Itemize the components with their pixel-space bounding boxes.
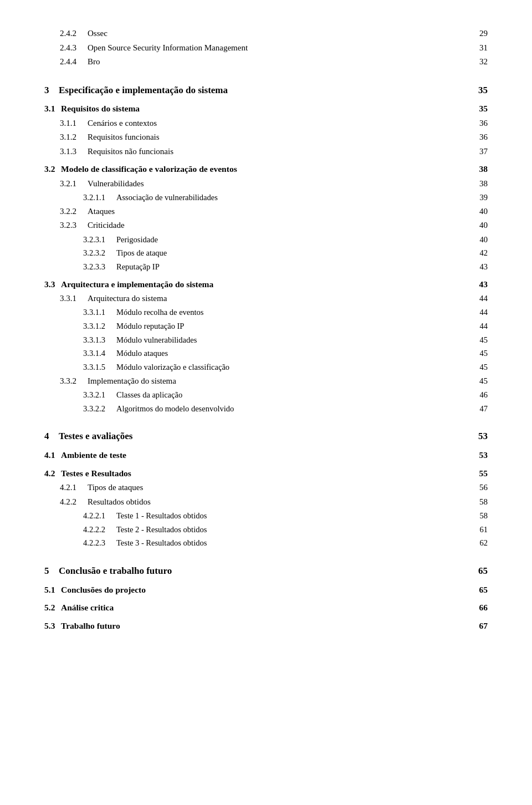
toc-dots	[279, 35, 469, 36]
toc-number: 3.2.1.1	[83, 191, 116, 205]
toc-page: 35	[471, 101, 488, 116]
toc-label: Teste 3 - Resultados obtidos	[116, 536, 291, 550]
toc-page: 37	[471, 145, 488, 159]
toc-label: Conclusão e trabalho futuro	[59, 563, 263, 579]
toc-dots	[279, 125, 469, 126]
toc-label: Especificação e implementação do sistema	[59, 83, 263, 99]
table-of-contents: 2.4.2Ossec292.4.3Open Source Security In…	[44, 27, 488, 633]
toc-label: Vulnerabilidades	[88, 177, 277, 191]
toc-label: Requisitos do sistema	[61, 101, 264, 116]
toc-page: 40	[471, 205, 488, 219]
toc-dots	[294, 355, 469, 356]
toc-label: Reputaçãp IP	[116, 260, 291, 274]
toc-number: 3.3	[44, 277, 61, 292]
toc-label: Testes e avaliações	[59, 429, 263, 445]
toc-number: 4.2.1	[60, 481, 88, 495]
toc-entry: 4.2Testes e Resultados55	[44, 466, 488, 481]
toc-label: Classes da aplicação	[116, 388, 291, 402]
toc-number: 3.3.2.1	[83, 388, 116, 402]
toc-number: 2.4.3	[60, 41, 88, 55]
toc-entry: 4.1Ambiente de teste53	[44, 448, 488, 462]
toc-dots	[294, 342, 469, 343]
toc-number: 5	[44, 563, 59, 579]
toc-entry: 3.3Arquitectura e implementação do siste…	[44, 277, 488, 292]
toc-entry: 3.2.1Vulnerabilidades38	[44, 177, 488, 191]
toc-dots	[294, 255, 469, 256]
toc-dots	[279, 383, 469, 384]
toc-entry: 3.2.3Criticidade40	[44, 218, 488, 233]
toc-dots	[294, 411, 469, 411]
toc-entry: 3.3.1.2Módulo reputação IP44	[44, 319, 488, 333]
toc-entry: 2.4.2Ossec29	[44, 27, 488, 41]
toc-dots	[279, 227, 469, 228]
toc-page: 45	[471, 333, 488, 347]
toc-entry: 3.2.1.1Associação de vulnerabilidades39	[44, 191, 488, 205]
toc-label: Arquitectura do sistema	[88, 292, 277, 306]
toc-page: 61	[471, 523, 488, 537]
toc-page: 44	[471, 292, 488, 306]
toc-label: Módulo valorização e classificação	[116, 360, 291, 374]
toc-page: 39	[471, 191, 488, 205]
toc-entry: 4.2.1Tipos de ataques56	[44, 481, 488, 495]
toc-entry: 5.3Trabalho futuro67	[44, 619, 488, 633]
toc-entry: 4.2.2.3Teste 3 - Resultados obtidos62	[44, 536, 488, 550]
toc-label: Requisitos funcionais	[88, 130, 277, 145]
toc-entry: 5.2Análise critica66	[44, 600, 488, 615]
toc-dots	[266, 457, 469, 458]
toc-number: 3.3.1.2	[83, 319, 116, 333]
toc-dots	[266, 287, 469, 287]
toc-number: 3.1.3	[60, 145, 88, 159]
toc-page: 58	[471, 509, 488, 523]
toc-label: Teste 2 - Resultados obtidos	[116, 523, 291, 537]
toc-page: 31	[471, 41, 488, 55]
toc-page: 42	[471, 246, 488, 260]
toc-number: 3.2	[44, 162, 61, 176]
toc-number: 3.3.1.1	[83, 305, 116, 319]
toc-entry: 3.3.1.1Módulo recolha de eventos44	[44, 305, 488, 319]
toc-label: Algoritmos do modelo desenvolvido	[116, 402, 291, 416]
toc-page: 43	[471, 260, 488, 274]
toc-dots	[279, 504, 469, 505]
toc-number: 5.1	[44, 583, 61, 597]
toc-entry: 3.3.2.1Classes da aplicação46	[44, 388, 488, 402]
toc-page: 66	[471, 600, 488, 615]
toc-dots	[266, 628, 469, 629]
toc-number: 3.2.3	[60, 218, 88, 233]
toc-page: 32	[471, 55, 488, 69]
toc-dots	[279, 300, 469, 301]
toc-entry: 3.3.1.3Módulo vulnerabilidades45	[44, 333, 488, 347]
toc-entry: 3.1.3Requisitos não funcionais37	[44, 145, 488, 159]
toc-label: Testes e Resultados	[61, 466, 264, 481]
toc-page: 67	[471, 619, 488, 633]
toc-dots	[266, 476, 469, 476]
toc-dots	[294, 397, 469, 398]
toc-dots	[294, 328, 469, 329]
toc-label: Perigosidade	[116, 233, 291, 247]
toc-page: 36	[471, 116, 488, 131]
toc-entry: 3.2Modelo de classificação e valorização…	[44, 162, 488, 176]
toc-number: 3.1.1	[60, 116, 88, 131]
toc-number: 3.2.3.1	[83, 233, 116, 247]
toc-entry: 4.2.2Resultados obtidos58	[44, 495, 488, 510]
toc-label: Módulo vulnerabilidades	[116, 333, 291, 347]
toc-page: 56	[471, 481, 488, 495]
toc-label: Módulo ataques	[116, 347, 291, 360]
toc-label: Ataques	[88, 205, 277, 219]
toc-label: Associação de vulnerabilidades	[116, 191, 291, 205]
toc-entry: 3.1.1Cenários e contextos36	[44, 116, 488, 131]
toc-number: 4.1	[44, 448, 61, 462]
toc-page: 40	[471, 218, 488, 233]
toc-dots	[294, 532, 469, 532]
toc-entry: 3.3.2.2Algoritmos do modelo desenvolvido…	[44, 402, 488, 416]
toc-number: 4.2.2.1	[83, 509, 116, 523]
toc-dots	[279, 50, 469, 50]
toc-label: Cenários e contextos	[88, 116, 277, 131]
toc-number: 3.2.3.2	[83, 246, 116, 260]
toc-label: Open Source Security Information Managem…	[88, 41, 277, 55]
toc-entry: 2.4.4Bro32	[44, 55, 488, 69]
toc-entry: 4.2.2.1Teste 1 - Resultados obtidos58	[44, 509, 488, 523]
toc-number: 3.3.1	[60, 292, 88, 306]
toc-page: 45	[471, 374, 488, 389]
toc-page: 29	[471, 27, 488, 41]
toc-page: 53	[471, 448, 488, 462]
